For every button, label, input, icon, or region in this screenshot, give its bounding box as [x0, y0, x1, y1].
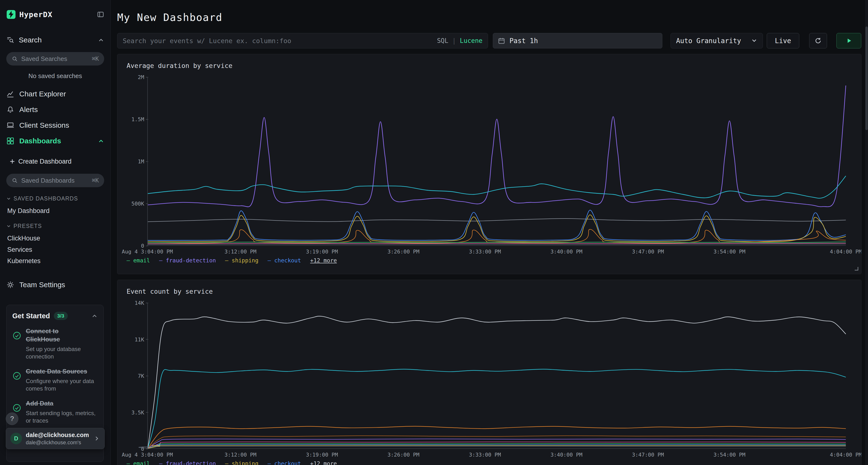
panel-title: Average duration by service: [127, 62, 852, 69]
legend-more-link[interactable]: +12 more: [310, 257, 337, 264]
step-desc: Start sending logs, metrics, or traces: [26, 409, 98, 424]
user-menu[interactable]: D dale@clickhouse.com dale@clickhouse.co…: [6, 428, 105, 449]
chart-line-other-pink: [148, 243, 846, 244]
panel-title: Event count by service: [127, 288, 852, 295]
mode-divider: |: [452, 37, 456, 44]
get-started-step[interactable]: Connect to ClickHouse Set up your databa…: [12, 327, 98, 360]
check-circle-icon: [12, 371, 22, 380]
refresh-button[interactable]: [809, 33, 827, 48]
chart-line-other-slate: [138, 446, 846, 449]
saved-dashboards-placeholder: Saved Dashboards: [21, 177, 74, 184]
team-settings-label: Team Settings: [19, 281, 65, 289]
chart-line-other-pink: [148, 442, 846, 449]
legend-item-email[interactable]: — email: [127, 257, 150, 264]
collapse-sidebar-icon[interactable]: [97, 11, 104, 18]
brand-row: HyperDX: [6, 7, 104, 22]
saved-dashboards-input[interactable]: Saved Dashboards ⌘K: [6, 174, 104, 187]
sidebar-item-search[interactable]: Search: [6, 35, 104, 45]
legend-item-fraud-detection[interactable]: — fraud-detection: [159, 460, 216, 465]
user-org: dale@clickhouse.com's: [26, 439, 89, 446]
no-saved-searches-text: No saved searches: [6, 72, 104, 80]
brand[interactable]: HyperDX: [6, 10, 53, 19]
saved-dashboard-link[interactable]: My Dashboard: [6, 207, 104, 215]
chevron-up-icon[interactable]: [98, 138, 104, 144]
get-started-step[interactable]: Create Data Sources Configure where your…: [12, 367, 98, 392]
granularity-dropdown[interactable]: Auto Granularity: [671, 33, 763, 48]
help-button[interactable]: ?: [6, 412, 18, 425]
chart-line-email: [148, 443, 846, 449]
create-dashboard-button[interactable]: Create Dashboard: [6, 156, 104, 167]
legend-item-checkout[interactable]: — checkout: [268, 257, 301, 264]
calendar-icon: [498, 37, 505, 44]
x-tick-label: 3:26:00 PM: [388, 452, 419, 458]
check-circle-icon: [12, 403, 22, 412]
time-range-picker[interactable]: Past 1h: [493, 33, 662, 48]
create-dashboard-label: Create Dashboard: [18, 158, 72, 165]
search-section-label: Search: [19, 36, 42, 44]
presets-section-header[interactable]: PRESETS: [6, 223, 104, 229]
sql-mode-toggle[interactable]: SQL: [437, 37, 448, 44]
chart-line-other-cyan: [148, 176, 846, 198]
sidebar: HyperDX Search Saved Searches ⌘K No save…: [0, 0, 111, 465]
step-desc: Configure where your data comes from: [26, 377, 98, 392]
chart-explorer-icon: [6, 90, 14, 98]
sidebar-item-client-sessions[interactable]: Client Sessions: [6, 117, 104, 133]
legend-item-checkout[interactable]: — checkout: [268, 460, 301, 465]
preset-link-services[interactable]: Services: [6, 244, 104, 255]
y-tick-label: 7K: [138, 373, 149, 379]
scrollbar-thumb[interactable]: [865, 27, 868, 130]
chevron-up-icon[interactable]: [98, 37, 104, 43]
legend-item-shipping[interactable]: — shipping: [225, 460, 258, 465]
resize-handle-icon[interactable]: [854, 266, 859, 272]
chart: 03.5K7K11K14K: [127, 303, 852, 449]
run-query-button[interactable]: [836, 33, 861, 48]
x-tick-label: 3:54:00 PM: [713, 452, 745, 458]
chart-legend: — email— fraud-detection— shipping— chec…: [127, 460, 852, 465]
chart-line-other-gray: [148, 219, 846, 222]
legend-item-shipping[interactable]: — shipping: [225, 257, 258, 264]
x-tick-label: 4:04:00 PM: [830, 248, 862, 255]
chart-panel-event-count: Event count by service 03.5K7K11K14K Aug…: [117, 280, 862, 465]
legend-more-link[interactable]: +12 more: [310, 460, 337, 465]
play-icon: [846, 38, 852, 44]
chevron-right-icon: [94, 435, 100, 442]
lucene-mode-toggle[interactable]: Lucene: [460, 37, 483, 44]
gear-icon: [6, 281, 14, 289]
live-button[interactable]: Live: [767, 33, 799, 48]
preset-link-clickhouse[interactable]: ClickHouse: [6, 233, 104, 244]
sidebar-item-alerts[interactable]: Alerts: [6, 102, 104, 117]
sidebar-nav: Chart Explorer Alerts Client Sessions Da…: [6, 86, 104, 148]
saved-dashboards-section-header[interactable]: SAVED DASHBOARDS: [6, 195, 104, 202]
hyperdx-logo-icon: [6, 10, 16, 19]
legend-item-fraud-detection[interactable]: — fraud-detection: [159, 257, 216, 264]
x-axis: Aug 4 3:04:00 PM3:12:00 PM3:19:00 PM3:26…: [147, 246, 846, 255]
shortcut-badge: ⌘K: [92, 56, 99, 62]
step-title: Add Data: [26, 399, 91, 408]
chevron-up-icon[interactable]: [91, 313, 98, 319]
sidebar-item-chart-explorer[interactable]: Chart Explorer: [6, 86, 104, 102]
sidebar-item-dashboards[interactable]: Dashboards: [6, 133, 104, 148]
saved-searches-input[interactable]: Saved Searches ⌘K: [6, 52, 104, 66]
x-tick-label: 3:47:00 PM: [632, 452, 664, 458]
sidebar-item-label: Chart Explorer: [19, 90, 66, 98]
time-range-value: Past 1h: [509, 37, 538, 45]
chevron-down-icon: [6, 196, 11, 201]
sidebar-item-team-settings[interactable]: Team Settings: [6, 281, 104, 289]
preset-link-kubernetes[interactable]: Kubernetes: [6, 255, 104, 267]
x-tick-label: 3:12:00 PM: [224, 452, 256, 458]
sidebar-item-label: Dashboards: [19, 137, 61, 145]
chart-line-other-slate: [148, 244, 846, 244]
legend-item-email[interactable]: — email: [127, 460, 150, 465]
get-started-step[interactable]: Add Data Start sending logs, metrics, or…: [12, 399, 98, 424]
sidebar-item-label: Alerts: [19, 105, 38, 114]
refresh-icon: [814, 37, 822, 44]
bell-icon: [6, 105, 14, 114]
step-title: Connect to ClickHouse: [26, 327, 91, 343]
y-axis: 0500K1M1.5M2M: [127, 77, 147, 246]
y-tick-label: 1M: [138, 159, 149, 165]
x-tick-label: Aug 4 3:04:00 PM: [122, 248, 173, 255]
event-search-input[interactable]: Search your events w/ Lucene ex. column:…: [117, 33, 488, 48]
toolbar: Search your events w/ Lucene ex. column:…: [117, 33, 862, 48]
search-icon: [11, 177, 18, 184]
y-tick-label: 3.5K: [131, 409, 148, 416]
